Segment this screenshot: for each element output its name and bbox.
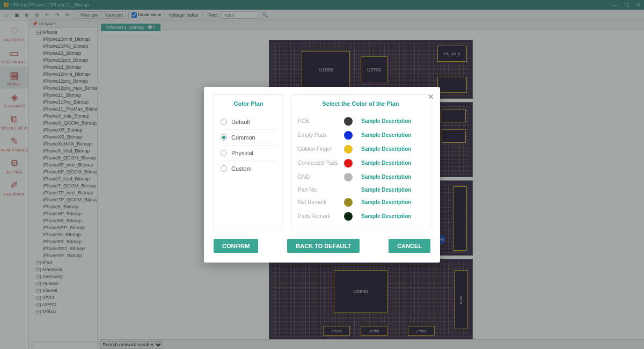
sample-description-link[interactable]: Sample Description [361, 118, 411, 124]
color-swatch[interactable] [344, 159, 353, 168]
sample-description-link[interactable]: Sample Description [361, 187, 411, 193]
color-label: GND [298, 174, 344, 180]
color-swatch[interactable] [344, 198, 353, 207]
back-to-default-button[interactable]: BACK TO DEFAULT [287, 239, 360, 253]
radio-label: Custom [231, 165, 252, 172]
color-swatch[interactable] [344, 117, 353, 126]
color-label: PCB [298, 118, 344, 124]
color-swatch[interactable] [344, 212, 353, 221]
radio-icon [221, 150, 227, 156]
color-plan-modal: × Color Plan DefaultCommonPhysicalCustom… [204, 87, 440, 263]
color-label: Connected Pads [298, 160, 344, 166]
sample-description-link[interactable]: Sample Description [361, 160, 411, 166]
color-swatch[interactable] [344, 173, 353, 181]
cancel-button[interactable]: CANCEL [389, 239, 430, 253]
color-row: Connected PadsSample Description [298, 156, 423, 170]
color-label: Golden Finger [298, 146, 344, 152]
modal-overlay: × Color Plan DefaultCommonPhysicalCustom… [0, 0, 644, 349]
color-plan-title: Color Plan [221, 100, 276, 107]
color-label: Empty Pads [298, 132, 344, 138]
color-row: Net RemarkSample Description [298, 195, 423, 209]
radio-custom[interactable]: Custom [221, 161, 276, 176]
color-swatch[interactable] [344, 131, 353, 140]
radio-default[interactable]: Default [221, 114, 276, 130]
radio-label: Physical [231, 150, 253, 156]
radio-icon [221, 119, 227, 125]
sample-description-link[interactable]: Sample Description [361, 174, 411, 180]
color-row: PCBSample Description [298, 114, 423, 128]
color-label: Part No. [298, 187, 344, 193]
radio-icon [221, 134, 227, 141]
sample-description-link[interactable]: Sample Description [361, 199, 411, 205]
radio-label: Common [231, 134, 255, 141]
color-select-title: Select the Color of the Plan [298, 100, 423, 107]
color-row: Pads RemarkSample Description [298, 209, 423, 223]
sample-description-link[interactable]: Sample Description [361, 213, 411, 219]
color-row: Empty PadsSample Description [298, 128, 423, 142]
color-row: GNDSample Description [298, 170, 423, 184]
color-row: Golden FingerSample Description [298, 142, 423, 156]
color-label: Pads Remark [298, 213, 344, 219]
radio-icon [221, 165, 227, 172]
confirm-button[interactable]: CONFIRM [214, 239, 258, 253]
radio-common[interactable]: Common [221, 130, 276, 146]
color-plan-panel: Color Plan DefaultCommonPhysicalCustom [214, 94, 283, 229]
color-row: Part No.Sample Description [298, 184, 423, 195]
color-swatch[interactable] [344, 145, 353, 154]
sample-description-link[interactable]: Sample Description [361, 132, 411, 138]
color-select-panel: Select the Color of the Plan PCBSample D… [291, 94, 430, 229]
color-label: Net Remark [298, 199, 344, 205]
close-icon[interactable]: × [428, 91, 434, 103]
radio-label: Default [231, 119, 250, 125]
sample-description-link[interactable]: Sample Description [361, 146, 411, 152]
radio-physical[interactable]: Physical [221, 146, 276, 161]
